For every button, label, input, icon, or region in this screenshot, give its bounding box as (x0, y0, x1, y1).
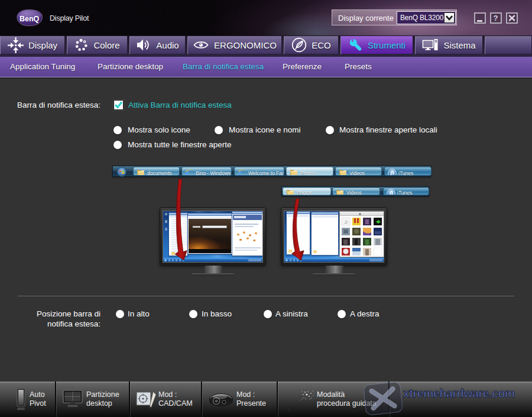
svg-text:♫: ♫ (344, 219, 348, 225)
svg-text:xtremehardware.com: xtremehardware.com (403, 387, 515, 400)
svg-text:BenQ: BenQ (20, 15, 40, 23)
